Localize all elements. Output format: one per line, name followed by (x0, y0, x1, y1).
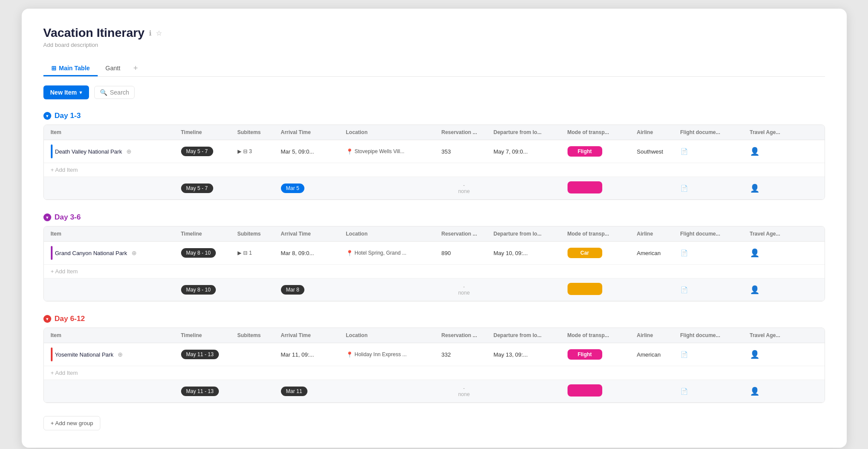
star-icon[interactable]: ☆ (156, 29, 162, 37)
summary-airline-cell (634, 184, 677, 193)
subitems-icon: ⊟ (243, 250, 248, 256)
summary-arrival-badge: Mar 5 (281, 184, 305, 193)
document-icon: 📄 (680, 249, 688, 256)
table-icon: ⊞ (51, 65, 56, 72)
tab-main-table[interactable]: ⊞ Main Table (43, 61, 98, 76)
timeline-cell[interactable]: May 5 - 7 (178, 142, 234, 161)
col-header-7: Mode of transp... (564, 226, 634, 241)
location-cell[interactable]: 📍Hotel Spring, Grand ... (343, 246, 438, 261)
column-headers: ItemTimelineSubitemsArrival TimeLocation… (44, 226, 825, 242)
expand-icon: ▶ (238, 148, 241, 154)
summary-departure-cell (490, 285, 564, 294)
summary-avatar-icon: 👤 (750, 184, 759, 193)
group-toggle-day1-3[interactable]: ▾ (43, 112, 51, 120)
tab-gantt[interactable]: Gantt (98, 61, 128, 76)
document-icon: 📄 (680, 148, 688, 155)
timeline-cell[interactable]: May 8 - 10 (178, 244, 234, 262)
departure-cell[interactable]: May 13, 09:... (490, 347, 564, 362)
departure-cell[interactable]: May 10, 09:... (490, 246, 564, 261)
summary-arrival-badge: Mar 8 (281, 285, 305, 295)
airline-cell[interactable]: American (634, 347, 677, 362)
summary-arrival-cell: Mar 5 (277, 179, 343, 197)
reservation-cell[interactable]: 353 (438, 144, 490, 159)
arrival-time-cell[interactable]: Mar 11, 09:... (277, 347, 343, 362)
add-item-text[interactable]: + Add Item (51, 167, 78, 173)
col-header-2: Subitems (234, 328, 277, 343)
summary-mode-cell (564, 380, 634, 402)
groups-container: ▾ Day 1-3 ItemTimelineSubitemsArrival Ti… (43, 111, 825, 403)
table-row: Yosemite National Park ⊕ May 11 - 13Mar … (44, 343, 825, 366)
table-row: Death Valley National Park ⊕ May 5 - 7▶ … (44, 140, 825, 163)
table-row: Grand Canyon National Park ⊕ May 8 - 10▶… (44, 242, 825, 265)
subitems-cell[interactable]: ▶ ⊟ 3 (234, 144, 277, 159)
flight-doc-cell[interactable]: 📄 (677, 347, 746, 362)
timeline-badge: May 5 - 7 (181, 147, 213, 156)
add-subitem-icon[interactable]: ⊕ (118, 351, 123, 358)
info-icon[interactable]: ℹ (149, 29, 152, 37)
document-icon: 📄 (680, 351, 688, 358)
agent-cell[interactable]: 👤 (746, 244, 803, 262)
mode-cell[interactable]: Car (564, 243, 634, 262)
summary-none-text: -none (442, 182, 487, 194)
departure-cell[interactable]: May 7, 09:0... (490, 144, 564, 159)
mode-cell[interactable]: Flight (564, 345, 634, 364)
reservation-cell[interactable]: 332 (438, 347, 490, 362)
summary-agent-cell: 👤 (746, 281, 803, 299)
flight-doc-cell[interactable]: 📄 (677, 245, 746, 261)
add-new-group-button[interactable]: + Add new group (43, 416, 101, 430)
group-title-day3-6: Day 3-6 (55, 213, 81, 222)
agent-cell[interactable]: 👤 (746, 345, 803, 364)
subitems-cell[interactable] (234, 350, 277, 359)
reservation-cell[interactable]: 890 (438, 246, 490, 261)
agent-cell[interactable]: 👤 (746, 142, 803, 161)
item-name-text[interactable]: Grand Canyon National Park (55, 250, 127, 256)
summary-location-cell (343, 285, 438, 294)
tab-gantt-label: Gantt (106, 65, 120, 72)
subitems-cell[interactable]: ▶ ⊟ 1 (234, 246, 277, 260)
location-text: Hotel Spring, Grand ... (355, 250, 406, 256)
add-item-row[interactable]: + Add Item (44, 265, 825, 279)
add-item-text[interactable]: + Add Item (51, 268, 78, 275)
airline-cell[interactable]: Southwest (634, 144, 677, 159)
mode-cell[interactable]: Flight (564, 142, 634, 161)
airline-cell[interactable]: American (634, 246, 677, 261)
add-subitem-icon[interactable]: ⊕ (132, 249, 137, 256)
search-bar[interactable]: 🔍 Search (94, 86, 135, 99)
timeline-cell[interactable]: May 11 - 13 (178, 345, 234, 364)
add-item-row[interactable]: + Add Item (44, 163, 825, 177)
item-name-text[interactable]: Death Valley National Park (55, 148, 122, 155)
summary-avatar-icon: 👤 (750, 285, 759, 294)
table-day1-3: ItemTimelineSubitemsArrival TimeLocation… (43, 125, 825, 200)
group-header-day1-3: ▾ Day 1-3 (43, 111, 825, 120)
item-color-bar (51, 144, 53, 158)
add-subitem-icon[interactable]: ⊕ (126, 148, 132, 155)
group-toggle-day6-12[interactable]: ▾ (43, 315, 51, 323)
location-cell[interactable]: 📍Stovepipe Wells Vill... (343, 144, 438, 159)
arrival-time-cell[interactable]: Mar 5, 09:0... (277, 144, 343, 159)
summary-subitems-cell (234, 285, 277, 294)
summary-doc-cell: 📄 (677, 282, 746, 298)
summary-reservation-cell: -none (438, 178, 490, 199)
flight-doc-cell[interactable]: 📄 (677, 144, 746, 159)
summary-location-cell (343, 184, 438, 193)
page-header: Vacation Itinerary ℹ ☆ Add board descrip… (43, 26, 825, 53)
tabs-row: ⊞ Main Table Gantt + (43, 60, 825, 77)
add-item-text[interactable]: + Add Item (51, 370, 78, 376)
app-container: Vacation Itinerary ℹ ☆ Add board descrip… (22, 9, 847, 448)
avatar-icon: 👤 (750, 147, 759, 156)
add-item-row[interactable]: + Add Item (44, 366, 825, 380)
col-header-3: Arrival Time (277, 328, 343, 343)
new-item-button[interactable]: New Item ▾ (43, 85, 89, 99)
group-section-day6-12: ▾ Day 6-12 ItemTimelineSubitemsArrival T… (43, 315, 825, 403)
col-header-8: Airline (634, 328, 677, 343)
location-cell[interactable]: 📍Holiday Inn Express ... (343, 347, 438, 362)
board-description[interactable]: Add board description (43, 42, 825, 48)
summary-subitems-cell (234, 387, 277, 396)
group-toggle-day3-6[interactable]: ▾ (43, 213, 51, 221)
item-name-text[interactable]: Yosemite National Park (55, 351, 114, 358)
summary-doc-icon: 📄 (680, 286, 688, 293)
mode-badge: Car (568, 248, 602, 258)
arrival-time-text: Mar 11, 09:... (281, 351, 314, 358)
tab-add-button[interactable]: + (128, 60, 143, 76)
arrival-time-cell[interactable]: Mar 8, 09:0... (277, 246, 343, 261)
